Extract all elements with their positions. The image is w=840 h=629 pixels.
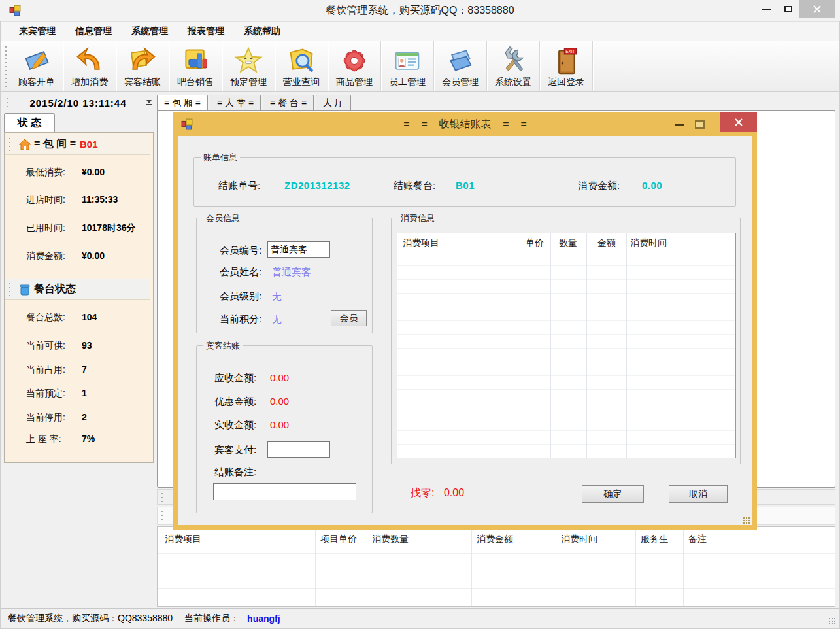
- stat-label: 上 座 率:: [26, 434, 61, 445]
- menu-guest-mgmt[interactable]: 来宾管理: [9, 23, 65, 40]
- stat-value: 2: [82, 412, 87, 422]
- consume-column-line: [626, 233, 627, 458]
- tab-lobby[interactable]: 大 厅: [316, 95, 351, 110]
- section-grip: [8, 137, 12, 152]
- member-button[interactable]: 会员: [331, 310, 367, 326]
- stat-row: 已用时间: 10178时36分: [5, 222, 152, 235]
- dialog-maximize-icon[interactable]: [695, 120, 705, 129]
- guest-pay-input[interactable]: [267, 441, 330, 458]
- tab-dining-table[interactable]: = 餐 台 =: [263, 95, 314, 110]
- toolbar-label: 返回登录: [548, 76, 584, 88]
- change-field: 找零: 0.00: [411, 486, 464, 500]
- exit-badge-text: EXIT: [565, 49, 575, 54]
- arrow-left-icon: [75, 46, 104, 75]
- ok-button[interactable]: 确定: [582, 485, 644, 503]
- tab-status[interactable]: 状 态: [4, 113, 55, 133]
- table-status-section-header[interactable]: 餐台状态: [5, 279, 150, 300]
- grid-header-waiter[interactable]: 服务生: [641, 534, 668, 545]
- menu-info-mgmt[interactable]: 信息管理: [65, 23, 122, 40]
- grid-header-qty[interactable]: 消费数量: [372, 534, 409, 545]
- menu-system-help[interactable]: 系统帮助: [234, 23, 290, 40]
- toolbar-open-order-button[interactable]: 顾客开单: [10, 41, 63, 91]
- grid-column-line: [635, 527, 636, 606]
- minimize-button[interactable]: [755, 0, 777, 18]
- checkout-note-input[interactable]: [213, 483, 356, 500]
- dialog-title: = = 收银结账表 = =: [173, 118, 757, 131]
- dialog-minimize-icon[interactable]: [675, 124, 684, 126]
- dialog-close-button[interactable]: [720, 112, 757, 132]
- dialog-title-bar[interactable]: = = 收银结账表 = =: [173, 112, 757, 136]
- toolbar-label: 会员管理: [442, 76, 479, 88]
- consume-info-legend: 消费信息: [398, 212, 437, 224]
- tab-private-room[interactable]: = 包 厢 =: [157, 95, 208, 111]
- received-label: 实收金额:: [214, 419, 256, 432]
- consume-record-grid: 消费项目 项目单价 消费数量 消费金额 消费时间 服务生 备注: [157, 526, 835, 607]
- stat-row: 当前预定: 1: [5, 388, 152, 401]
- stat-label: 消费金额:: [26, 250, 65, 262]
- stat-value: 93: [82, 340, 92, 350]
- room-section-header[interactable]: = 包 间 = B01: [5, 134, 150, 155]
- grid-column-line: [683, 527, 684, 606]
- grid-header-unit-price[interactable]: 项目单价: [320, 534, 357, 545]
- order-card-pen-icon: [22, 46, 51, 75]
- toolbar-logout-button[interactable]: EXIT 返回登录: [540, 41, 593, 91]
- window-resize-grip[interactable]: [828, 617, 836, 625]
- member-points-label: 当前积分:: [220, 313, 261, 326]
- toolbar-product-mgmt-button[interactable]: 商品管理: [328, 41, 381, 91]
- member-no-input[interactable]: [267, 241, 330, 258]
- consume-header-time[interactable]: 消费时间: [630, 237, 667, 249]
- toolbar-bar-sale-button[interactable]: 吧台销售: [169, 41, 222, 91]
- toolbar-add-consume-button[interactable]: 增加消费: [63, 41, 116, 91]
- bill-no-field: 结账单号:: [218, 180, 260, 192]
- maximize-icon: [784, 6, 792, 12]
- room-section-title: = 包 间 =: [34, 137, 76, 151]
- grid-column-line: [556, 527, 556, 606]
- stat-label: 当前停用:: [26, 412, 65, 424]
- dialog-resize-grip[interactable]: [743, 517, 750, 524]
- datetime-dropdown-button[interactable]: [144, 97, 154, 109]
- menu-report-mgmt[interactable]: 报表管理: [178, 23, 234, 40]
- window-title: 餐饮管理系统，购买源码QQ：83358880: [0, 4, 840, 18]
- chevron-underline: [146, 104, 152, 105]
- house-icon: [18, 138, 31, 151]
- toolbar-reservation-button[interactable]: 预定管理: [222, 41, 275, 91]
- stat-value: 10178时36分: [82, 222, 136, 234]
- member-name-value: 普通宾客: [272, 266, 311, 279]
- menu-system-mgmt[interactable]: 系统管理: [122, 23, 178, 40]
- tab-main-hall[interactable]: = 大 堂 =: [210, 95, 261, 110]
- consume-header-price[interactable]: 单价: [526, 237, 544, 249]
- grid-header-time[interactable]: 消费时间: [561, 534, 597, 545]
- toolbar-member-mgmt-button[interactable]: 会员管理: [434, 41, 487, 91]
- grid-header-note[interactable]: 备注: [688, 534, 707, 545]
- toolbar-staff-mgmt-button[interactable]: 员工管理: [381, 41, 434, 91]
- member-name-label: 会员姓名:: [220, 266, 261, 279]
- cancel-button[interactable]: 取消: [669, 485, 728, 503]
- toolbar-business-query-button[interactable]: 营业查询: [275, 41, 328, 91]
- discount-label: 优惠金额:: [214, 396, 256, 408]
- member-info-legend: 会员信息: [203, 212, 243, 224]
- datetime-grip[interactable]: [5, 97, 9, 109]
- grid-header-item[interactable]: 消费项目: [165, 534, 201, 545]
- stat-label: 当前预定:: [26, 388, 65, 400]
- bill-table-label: 结账餐台:: [394, 180, 435, 191]
- consume-header-qty[interactable]: 数量: [559, 237, 577, 249]
- close-button[interactable]: [799, 0, 835, 18]
- sidebar: 2015/2/10 13:11:44 状 态 = 包 间 = B01 最低消费:…: [3, 95, 155, 608]
- stat-value: 11:35:33: [82, 194, 118, 205]
- toolbar-system-settings-button[interactable]: 系统设置: [487, 41, 540, 91]
- toolbar-grip[interactable]: [4, 45, 8, 87]
- consume-header-item[interactable]: 消费项目: [403, 237, 439, 249]
- receivable-value: 0.00: [270, 372, 289, 383]
- member-cards-icon: [446, 46, 475, 75]
- minimize-icon: [762, 8, 771, 10]
- toolbar-guest-checkout-button[interactable]: 宾客结账: [116, 41, 169, 91]
- maximize-button[interactable]: [777, 0, 799, 18]
- checkout-dialog: = = 收银结账表 = = 账单信息 结账单号: ZD201312132 结账餐…: [173, 112, 757, 530]
- grid-column-line: [471, 527, 472, 606]
- member-no-label: 会员编号:: [220, 245, 261, 257]
- stat-label: 当前占用:: [26, 364, 65, 376]
- table-zone-tabs: = 包 厢 = = 大 堂 = = 餐 台 = 大 厅: [157, 95, 353, 111]
- consume-header-amount[interactable]: 金额: [597, 237, 616, 249]
- grid-header-amount[interactable]: 消费金额: [477, 534, 513, 545]
- stat-label: 已用时间:: [26, 222, 65, 234]
